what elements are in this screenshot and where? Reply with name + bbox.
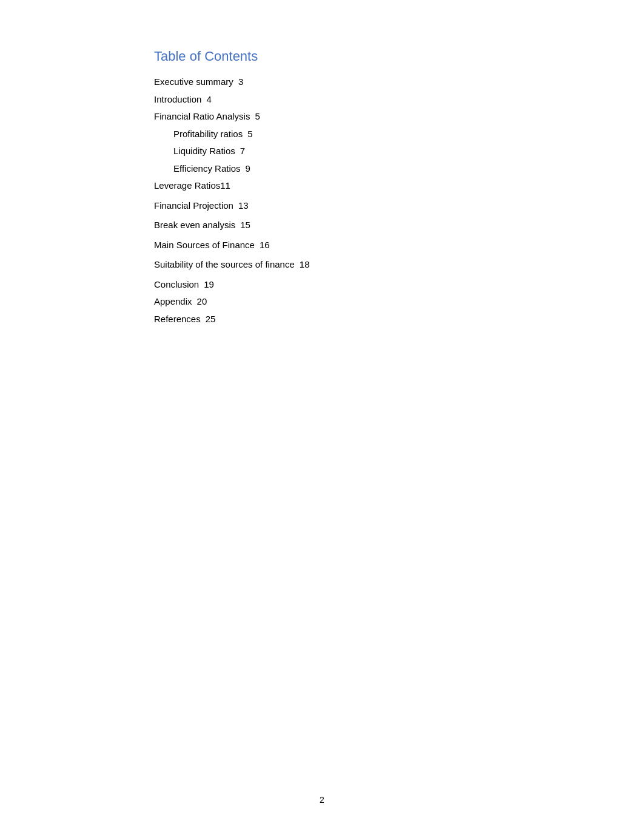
toc-entry-liquidity-ratios: Liquidity Ratios7 xyxy=(154,144,502,158)
toc-page-main-sources-of-finance: 16 xyxy=(260,238,270,252)
toc-title: Table of Contents xyxy=(154,49,502,64)
toc-entry-references: References25 xyxy=(154,313,502,326)
toc-label-financial-ratio-analysis: Financial Ratio Analysis xyxy=(154,110,250,124)
toc-label-main-sources-of-finance: Main Sources of Finance xyxy=(154,238,255,252)
toc-label-references: References xyxy=(154,313,201,326)
toc-page-conclusion: 19 xyxy=(204,278,214,292)
toc-label-conclusion: Conclusion xyxy=(154,278,199,292)
toc-entry-suitability: Suitability of the sources of finance18 xyxy=(154,258,502,272)
toc-entry-introduction: Introduction4 xyxy=(154,93,502,107)
toc-label-leverage-ratios: Leverage Ratios11 xyxy=(154,179,230,193)
toc-page-financial-ratio-analysis: 5 xyxy=(255,110,260,124)
toc-label-introduction: Introduction xyxy=(154,93,201,107)
toc-label-break-even-analysis: Break even analysis xyxy=(154,218,235,232)
toc-label-profitability-ratios: Profitability ratios xyxy=(173,127,243,141)
toc-label-liquidity-ratios: Liquidity Ratios xyxy=(173,144,235,158)
toc-entry-appendix: Appendix20 xyxy=(154,295,502,309)
toc-label-suitability: Suitability of the sources of finance xyxy=(154,258,295,272)
toc-page-break-even-analysis: 15 xyxy=(240,218,250,232)
toc-page-introduction: 4 xyxy=(206,93,211,107)
toc-entry-efficiency-ratios: Efficiency Ratios9 xyxy=(154,162,502,176)
toc-entry-executive-summary: Executive summary3 xyxy=(154,75,502,89)
toc-container: Executive summary3Introduction4Financial… xyxy=(154,75,502,326)
page-number: 2 xyxy=(320,795,324,805)
toc-entry-financial-ratio-analysis: Financial Ratio Analysis5 xyxy=(154,110,502,124)
page: Table of Contents Executive summary3Intr… xyxy=(81,0,563,835)
toc-entry-leverage-ratios: Leverage Ratios11 xyxy=(154,179,502,193)
toc-page-references: 25 xyxy=(206,313,216,326)
toc-label-efficiency-ratios: Efficiency Ratios xyxy=(173,162,241,176)
toc-label-executive-summary: Executive summary xyxy=(154,75,233,89)
toc-entry-conclusion: Conclusion19 xyxy=(154,278,502,292)
toc-entry-financial-projection: Financial Projection13 xyxy=(154,199,502,213)
toc-page-efficiency-ratios: 9 xyxy=(246,162,250,176)
toc-page-suitability: 18 xyxy=(300,258,310,272)
toc-entry-break-even-analysis: Break even analysis15 xyxy=(154,218,502,232)
toc-page-financial-projection: 13 xyxy=(238,199,249,213)
toc-entry-profitability-ratios: Profitability ratios5 xyxy=(154,127,502,141)
toc-entry-main-sources-of-finance: Main Sources of Finance16 xyxy=(154,238,502,252)
toc-page-liquidity-ratios: 7 xyxy=(240,144,245,158)
toc-label-financial-projection: Financial Projection xyxy=(154,199,233,213)
toc-page-profitability-ratios: 5 xyxy=(247,127,252,141)
toc-page-appendix: 20 xyxy=(197,295,207,309)
toc-label-appendix: Appendix xyxy=(154,295,192,309)
toc-page-executive-summary: 3 xyxy=(238,75,243,89)
